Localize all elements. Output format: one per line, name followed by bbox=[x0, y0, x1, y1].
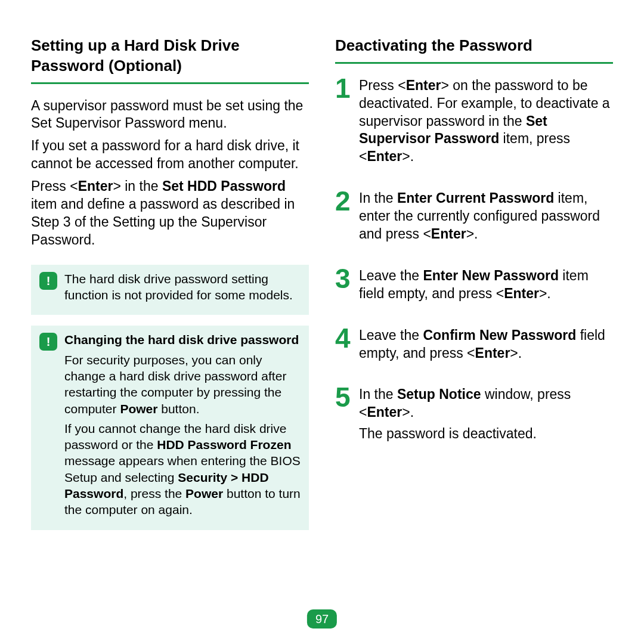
note-body: The hard disk drive password setting fun… bbox=[64, 271, 301, 307]
step-item: 1Press <Enter> on the password to be dea… bbox=[335, 77, 613, 169]
note2-p2: If you cannot change the hard disk drive… bbox=[64, 420, 301, 518]
right-heading: Deactivating the Password bbox=[335, 36, 613, 64]
note-body: Changing the hard disk drive password Fo… bbox=[64, 332, 301, 521]
step-body: In the Enter Current Password item, ente… bbox=[359, 190, 613, 247]
step-number: 4 bbox=[335, 327, 353, 350]
step-item: 5In the Setup Notice window, press <Ente… bbox=[335, 386, 613, 447]
left-column: Setting up a Hard Disk Drive Password (O… bbox=[31, 36, 309, 530]
step-text: Leave the Enter New Password item field … bbox=[359, 267, 613, 303]
note1-text: The hard disk drive password setting fun… bbox=[64, 271, 301, 304]
steps-list: 1Press <Enter> on the password to be dea… bbox=[335, 77, 613, 447]
info-icon: ! bbox=[39, 272, 57, 290]
step-item: 4Leave the Confirm New Password field em… bbox=[335, 327, 613, 366]
step-text: Leave the Confirm New Password field emp… bbox=[359, 327, 613, 363]
info-icon: ! bbox=[39, 333, 57, 351]
left-heading: Setting up a Hard Disk Drive Password (O… bbox=[31, 36, 309, 84]
note2-title: Changing the hard disk drive password bbox=[64, 332, 301, 348]
step-after-text: The password is deactivated. bbox=[359, 425, 613, 443]
step-body: Leave the Confirm New Password field emp… bbox=[359, 327, 613, 366]
step-number: 3 bbox=[335, 267, 353, 290]
note-hdd-not-provided: ! The hard disk drive password setting f… bbox=[31, 265, 309, 315]
left-p2: If you set a password for a hard disk dr… bbox=[31, 137, 309, 173]
note-changing-hdd-password: ! Changing the hard disk drive password … bbox=[31, 326, 309, 530]
step-text: Press <Enter> on the password to be deac… bbox=[359, 77, 613, 166]
step-body: In the Setup Notice window, press <Enter… bbox=[359, 386, 613, 447]
step-number: 1 bbox=[335, 77, 353, 100]
step-number: 5 bbox=[335, 386, 353, 409]
right-column: Deactivating the Password 1Press <Enter>… bbox=[335, 36, 613, 530]
step-number: 2 bbox=[335, 190, 353, 213]
step-body: Leave the Enter New Password item field … bbox=[359, 267, 613, 306]
left-p1: A supervisor password must be set using … bbox=[31, 97, 309, 133]
step-text: In the Enter Current Password item, ente… bbox=[359, 190, 613, 243]
page-number: 97 bbox=[307, 609, 337, 628]
left-p3: Press <Enter> in the Set HDD Password it… bbox=[31, 178, 309, 249]
document-page: Setting up a Hard Disk Drive Password (O… bbox=[0, 0, 644, 530]
step-item: 3Leave the Enter New Password item field… bbox=[335, 267, 613, 306]
step-text: In the Setup Notice window, press <Enter… bbox=[359, 386, 613, 422]
step-body: Press <Enter> on the password to be deac… bbox=[359, 77, 613, 169]
step-item: 2In the Enter Current Password item, ent… bbox=[335, 190, 613, 247]
note2-p1: For security purposes, you can only chan… bbox=[64, 352, 301, 417]
